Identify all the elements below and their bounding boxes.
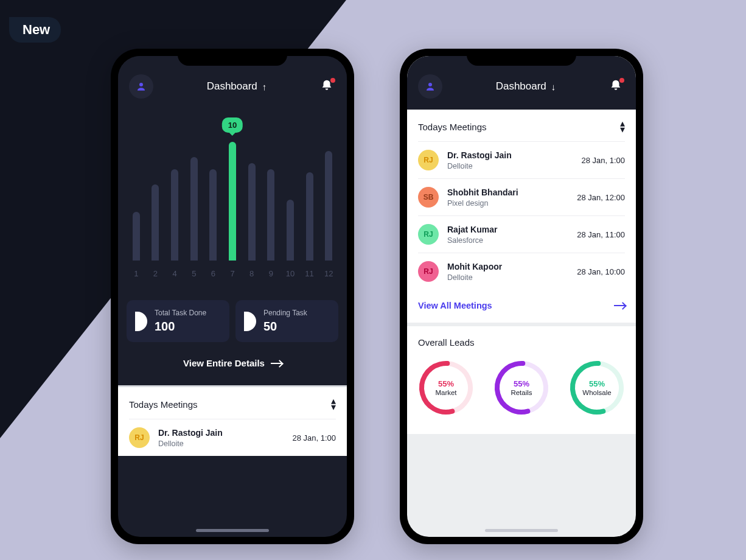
chart-bar[interactable]: [267, 169, 274, 261]
sort-icon[interactable]: ▴▾: [620, 121, 625, 133]
svg-point-7: [567, 358, 627, 418]
user-icon: [136, 81, 147, 92]
meeting-info: Mohit KapoorDelloite: [447, 262, 568, 282]
meeting-name: Shobhit Bhandari: [447, 187, 568, 197]
leads-title: Overall Leads: [418, 337, 625, 348]
phone-notch: [178, 49, 287, 66]
profile-button[interactable]: [129, 74, 153, 99]
profile-button[interactable]: [418, 74, 442, 99]
avatar: RJ: [418, 261, 439, 282]
chart-bar[interactable]: [209, 169, 217, 261]
chart-x-label: 7: [223, 269, 242, 278]
svg-point-0: [139, 83, 143, 86]
meeting-company: Delloite: [447, 162, 573, 170]
chart-bar[interactable]: [287, 200, 294, 261]
page-title-row[interactable]: Dashboard ↑: [207, 80, 267, 93]
meeting-time: 28 Jan, 1:00: [581, 156, 625, 165]
svg-point-3: [416, 358, 476, 418]
stat-pending[interactable]: Pending Task 50: [235, 300, 338, 342]
meeting-info: Dr. Rastogi JainDelloite: [158, 428, 284, 448]
sort-icon[interactable]: ▴▾: [331, 398, 336, 410]
lead-donut[interactable]: 55%Market: [418, 360, 474, 416]
meetings-title: Todays Meetings: [418, 122, 487, 132]
avatar: RJ: [418, 150, 439, 170]
phone-mock-right: Dashboard ↓ Todays Meetings ▴▾ RJDr. Ras…: [400, 49, 643, 544]
chart-bar[interactable]: [325, 151, 332, 261]
notifications-button[interactable]: [320, 79, 336, 94]
svg-point-5: [492, 358, 551, 418]
notification-dot: [619, 78, 624, 83]
meetings-card: Todays Meetings ▴▾ RJDr. Rastogi JainDel…: [407, 110, 636, 323]
svg-point-4: [492, 358, 551, 418]
meeting-name: Rajat Kumar: [447, 225, 568, 234]
arrow-right-icon: [271, 363, 282, 364]
chart-bar[interactable]: [171, 169, 178, 261]
meeting-company: Delloite: [158, 439, 284, 448]
chart-x-label: 2: [146, 269, 166, 278]
meeting-row[interactable]: RJDr. Rastogi JainDelloite28 Jan, 1:00: [129, 419, 336, 456]
stat-value: 100: [155, 320, 206, 334]
stat-value: 50: [263, 320, 307, 334]
meeting-info: Shobhit BhandariPixel design: [447, 187, 568, 208]
chart-bar[interactable]: [152, 184, 159, 261]
chart-bar[interactable]: [133, 212, 140, 261]
arrow-down-icon: ↓: [551, 82, 556, 92]
view-all-meetings-button[interactable]: View All Meetings: [407, 290, 636, 323]
lead-donut[interactable]: 55%Wholsale: [569, 360, 625, 416]
svg-point-6: [567, 358, 627, 418]
chart-bar[interactable]: [306, 172, 313, 261]
meeting-row[interactable]: RJMohit KapoorDelloite28 Jan, 10:00: [418, 253, 625, 290]
chart-x-label: 11: [300, 269, 319, 278]
meeting-info: Rajat KumarSalesforce: [447, 225, 568, 245]
meeting-time: 28 Jan, 12:00: [577, 193, 625, 202]
meeting-info: Dr. Rastogi JainDelloite: [447, 150, 573, 170]
stats-row: Total Task Done 100 Pending Task 50: [118, 281, 347, 342]
lead-donut[interactable]: 55%Retails: [493, 360, 549, 416]
arrow-right-icon: [614, 305, 625, 306]
chart-tooltip: 10: [222, 117, 243, 133]
half-moon-icon: [135, 312, 147, 331]
chart-x-label: 9: [261, 269, 281, 278]
meeting-time: 28 Jan, 1:00: [292, 433, 336, 443]
arrow-up-icon: ↑: [262, 82, 267, 92]
meeting-name: Dr. Rastogi Jain: [447, 150, 573, 160]
svg-point-1: [428, 83, 432, 86]
new-badge: New: [9, 17, 61, 43]
chart-bar[interactable]: [248, 163, 256, 261]
meeting-company: Salesforce: [447, 236, 568, 245]
stat-total-done[interactable]: Total Task Done 100: [127, 300, 229, 342]
phone-mock-left: Dashboard ↑ 10 12456789101112 Total Task…: [111, 49, 354, 544]
home-indicator[interactable]: [196, 529, 269, 532]
screen-right: Dashboard ↓ Todays Meetings ▴▾ RJDr. Ras…: [407, 56, 636, 537]
meeting-row[interactable]: RJDr. Rastogi JainDelloite28 Jan, 1:00: [418, 141, 625, 178]
view-all-label: View All Meetings: [418, 301, 492, 310]
stat-label: Total Task Done: [155, 309, 206, 317]
page-title-row[interactable]: Dashboard ↓: [496, 80, 556, 93]
stat-label: Pending Task: [263, 309, 307, 317]
chart-x-label: 5: [184, 269, 204, 278]
notification-dot: [330, 78, 335, 83]
chart-bar[interactable]: [190, 157, 198, 261]
view-details-label: View Entire Details: [183, 358, 265, 368]
meeting-company: Pixel design: [447, 199, 568, 208]
user-icon: [425, 81, 436, 92]
chart-x-label: 4: [165, 269, 184, 278]
home-indicator[interactable]: [485, 529, 558, 532]
screen-left: Dashboard ↑ 10 12456789101112 Total Task…: [118, 56, 347, 537]
avatar: SB: [418, 187, 439, 208]
avatar: RJ: [418, 224, 439, 245]
page-title: Dashboard: [207, 80, 257, 93]
chart-x-label: 10: [281, 269, 300, 278]
svg-point-2: [416, 358, 476, 418]
meeting-row[interactable]: SBShobhit BhandariPixel design28 Jan, 12…: [418, 178, 625, 215]
chart-x-label: 12: [319, 269, 338, 278]
half-moon-icon: [244, 312, 256, 331]
phone-notch: [467, 49, 576, 66]
page-title: Dashboard: [496, 80, 546, 93]
avatar: RJ: [129, 427, 150, 448]
view-entire-details-button[interactable]: View Entire Details: [118, 342, 347, 385]
chart-bar[interactable]: 10: [229, 142, 236, 261]
meeting-row[interactable]: RJRajat KumarSalesforce28 Jan, 11:00: [418, 215, 625, 253]
meeting-name: Dr. Rastogi Jain: [158, 428, 284, 438]
notifications-button[interactable]: [609, 79, 625, 94]
